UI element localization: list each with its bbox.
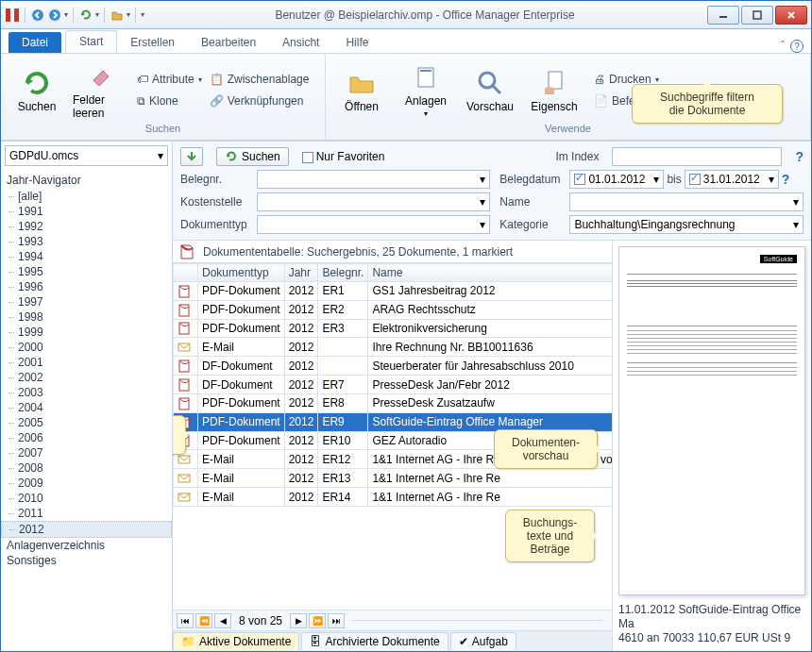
tree-item-year[interactable]: 1994 <box>1 249 172 264</box>
tree-item-year[interactable]: 2009 <box>1 476 172 491</box>
tree-item-year[interactable]: 2002 <box>1 370 172 385</box>
tab-label: Aktive Dokumente <box>199 635 291 648</box>
minimize-button[interactable] <box>707 6 739 25</box>
table-row[interactable]: DF-Dokument2012Steuerberater für Jahresa… <box>174 357 613 376</box>
tab-aktive-dokumente[interactable]: 📁Aktive Dokumente <box>173 632 299 650</box>
tree-item-year[interactable]: 2008 <box>1 460 172 476</box>
suchen-button[interactable]: Suchen <box>216 147 289 166</box>
cell-jahr: 2012 <box>284 357 318 376</box>
table-row[interactable]: PDF-Dokument2012ER3Elektronikversicherun… <box>174 319 613 338</box>
tab-hilfe[interactable]: Hilfe <box>332 32 381 53</box>
nur-favoriten-checkbox[interactable]: Nur Favoriten <box>302 150 385 163</box>
tree-item-year[interactable]: 2007 <box>1 445 172 460</box>
tree-item-year[interactable]: [alle] <box>1 189 172 204</box>
pager-last[interactable]: ⏭ <box>328 613 345 628</box>
back-icon[interactable] <box>30 8 45 23</box>
tree-item-year[interactable]: 2003 <box>1 385 172 400</box>
tree-item-year[interactable]: 2010 <box>1 491 172 506</box>
im-index-input[interactable] <box>612 147 782 166</box>
tree-item-year[interactable]: 2000 <box>1 340 172 355</box>
help-icon[interactable]: ? <box>782 172 790 187</box>
tree-item-year[interactable]: 2001 <box>1 355 172 370</box>
tree-item-year[interactable]: 1995 <box>1 264 172 279</box>
cell-belegnr <box>318 338 368 357</box>
date-to-input[interactable]: 31.01.2012▾ <box>685 170 779 189</box>
cell-belegnr: ER13 <box>318 469 368 488</box>
name-input[interactable]: ▾ <box>569 192 804 211</box>
table-row[interactable]: PDF-Dokument2012ER1GS1 Jahresbeitrag 201… <box>174 282 613 301</box>
tab-aufgaben[interactable]: ✔Aufgab <box>450 632 516 650</box>
tree-item[interactable]: Sonstiges <box>1 553 172 568</box>
cell-dokumenttyp: PDF-Dokument <box>198 431 285 450</box>
tree-item-year[interactable]: 2012 <box>1 521 172 538</box>
tree-item-year[interactable]: 1997 <box>1 294 172 309</box>
suchen-button[interactable]: Suchen <box>8 58 65 123</box>
pager-next[interactable]: ▶ <box>290 613 307 628</box>
maximize-button[interactable] <box>741 6 773 25</box>
apply-search-icon-button[interactable] <box>180 147 203 166</box>
dropdown-icon[interactable]: ▾ <box>64 10 68 19</box>
svg-point-8 <box>480 73 495 88</box>
tree-item-year[interactable]: 2004 <box>1 400 172 415</box>
zwischenablage-button[interactable]: 📋Zwischenablage <box>210 69 310 90</box>
open-icon[interactable] <box>110 8 125 23</box>
forward-icon[interactable] <box>47 8 62 23</box>
column-header[interactable]: Belegnr. <box>318 264 368 282</box>
tree-item-year[interactable]: 1996 <box>1 279 172 294</box>
column-header[interactable]: Jahr <box>284 264 318 282</box>
tree-item-year[interactable]: 1992 <box>1 219 172 234</box>
table-row[interactable]: E-Mail2012Ihre Rechnung Nr. BB10011636 <box>174 338 613 357</box>
belegnr-input[interactable]: ▾ <box>257 170 491 189</box>
kostenstelle-input[interactable]: ▾ <box>257 192 491 211</box>
callout-navigation: Navigation Buchungsjahre <box>173 415 186 455</box>
pager-prev-page[interactable]: ⏪ <box>195 613 212 628</box>
anlagen-button[interactable]: Anlagen▾ <box>398 58 454 123</box>
help-icon[interactable]: ? <box>795 149 804 164</box>
klone-button[interactable]: ⧉Klone <box>137 91 202 111</box>
tab-archivierte-dokumente[interactable]: 🗄Archivierte Dokumente <box>301 632 448 650</box>
collapse-ribbon-icon[interactable]: ˆ <box>781 40 785 53</box>
tree-item-year[interactable]: 1991 <box>1 204 172 219</box>
tree-item-year[interactable]: 2011 <box>1 506 172 521</box>
date-from-input[interactable]: 01.01.2012▾ <box>569 170 664 189</box>
column-header[interactable]: Dokumenttyp <box>198 264 285 282</box>
refresh-icon[interactable] <box>78 8 93 23</box>
tree-item-year[interactable]: 2006 <box>1 430 172 445</box>
eigenschaften-button[interactable]: Eigensch <box>526 58 583 123</box>
pager-next-page[interactable]: ⏩ <box>309 613 326 628</box>
dropdown-icon[interactable]: ▾ <box>127 10 130 19</box>
column-header[interactable] <box>174 264 198 282</box>
table-row[interactable]: E-Mail2012ER141&1 Internet AG - Ihre Re <box>174 488 613 507</box>
help-icon[interactable]: ? <box>790 40 804 53</box>
column-header[interactable]: Name <box>368 264 612 282</box>
tab-bearbeiten[interactable]: Bearbeiten <box>188 32 269 53</box>
verknuepfungen-button[interactable]: 🔗Verknüpfungen <box>210 91 310 111</box>
layout-combo[interactable]: GDPdU.omcs ▾ <box>5 145 168 166</box>
tree-item-year[interactable]: 1993 <box>1 234 172 249</box>
table-row[interactable]: PDF-Dokument2012ER2ARAG Rechtsschutz <box>174 300 613 319</box>
table-row[interactable]: PDF-Dokument2012ER8PresseDesk Zusatzaufw <box>174 393 613 412</box>
oeffnen-button[interactable]: Öffnen <box>333 58 390 123</box>
vorschau-button[interactable]: Vorschau <box>462 58 518 123</box>
close-button[interactable] <box>775 6 807 25</box>
tab-start[interactable]: Start <box>65 30 117 53</box>
felder-leeren-button[interactable]: Felder leeren <box>73 58 129 123</box>
kategorie-input[interactable]: Buchhaltung\Eingangsrechnung▾ <box>569 215 804 234</box>
attribute-button[interactable]: 🏷Attribute▾ <box>137 69 202 90</box>
table-row[interactable]: DF-Dokument2012ER7PresseDesk Jan/Febr 20… <box>174 376 613 394</box>
tab-ansicht[interactable]: Ansicht <box>269 32 332 53</box>
tree-item-year[interactable]: 1998 <box>1 309 172 325</box>
dropdown-icon[interactable]: ▾ <box>95 10 99 19</box>
pager-first[interactable]: ⏮ <box>177 613 194 628</box>
tree-item-year[interactable]: 1999 <box>1 325 172 340</box>
tab-erstellen[interactable]: Erstellen <box>117 32 188 53</box>
tree-item-year[interactable]: 2005 <box>1 415 172 430</box>
pager-prev[interactable]: ◀ <box>214 613 231 628</box>
tree-item[interactable]: Anlagenverzeichnis <box>1 538 172 553</box>
file-tab[interactable]: Datei <box>8 32 61 53</box>
dokumenttyp-input[interactable]: ▾ <box>257 215 491 234</box>
cell-name: PresseDesk Jan/Febr 2012 <box>368 376 612 394</box>
folder-icon: 📁 <box>181 635 195 648</box>
kategorie-value: Buchhaltung\Eingangsrechnung <box>574 218 735 231</box>
table-row[interactable]: E-Mail2012ER131&1 Internet AG - Ihre Re <box>174 469 613 488</box>
